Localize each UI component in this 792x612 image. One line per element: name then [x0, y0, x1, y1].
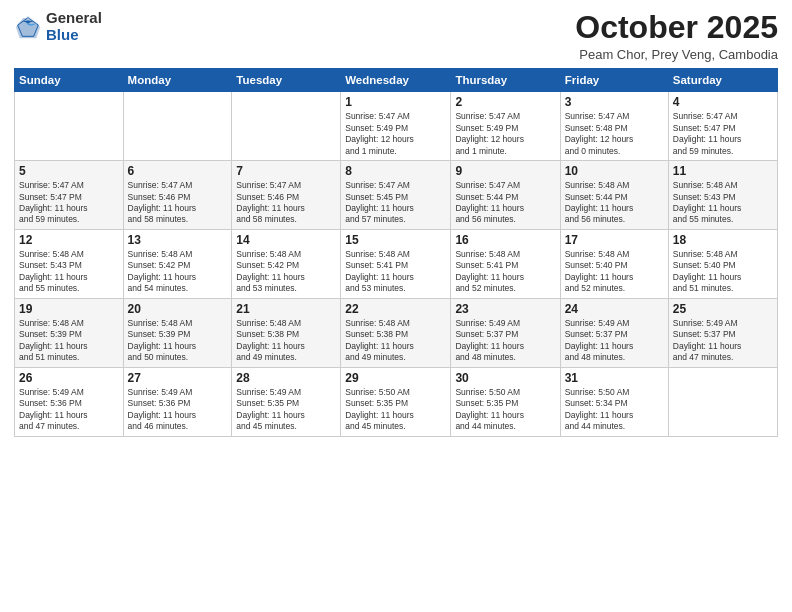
day-number: 21 [236, 302, 336, 316]
calendar-cell: 18Sunrise: 5:48 AM Sunset: 5:40 PM Dayli… [668, 229, 777, 298]
day-info: Sunrise: 5:48 AM Sunset: 5:39 PM Dayligh… [128, 318, 228, 364]
day-number: 28 [236, 371, 336, 385]
day-of-week-header: Tuesday [232, 69, 341, 92]
day-info: Sunrise: 5:49 AM Sunset: 5:37 PM Dayligh… [565, 318, 664, 364]
day-info: Sunrise: 5:47 AM Sunset: 5:47 PM Dayligh… [19, 180, 119, 226]
day-number: 9 [455, 164, 555, 178]
day-info: Sunrise: 5:49 AM Sunset: 5:37 PM Dayligh… [673, 318, 773, 364]
month-title: October 2025 [575, 10, 778, 45]
day-info: Sunrise: 5:49 AM Sunset: 5:36 PM Dayligh… [19, 387, 119, 433]
calendar-cell: 2Sunrise: 5:47 AM Sunset: 5:49 PM Daylig… [451, 92, 560, 161]
day-info: Sunrise: 5:49 AM Sunset: 5:37 PM Dayligh… [455, 318, 555, 364]
calendar-header-row: SundayMondayTuesdayWednesdayThursdayFrid… [15, 69, 778, 92]
day-of-week-header: Sunday [15, 69, 124, 92]
day-info: Sunrise: 5:49 AM Sunset: 5:35 PM Dayligh… [236, 387, 336, 433]
calendar-cell: 9Sunrise: 5:47 AM Sunset: 5:44 PM Daylig… [451, 161, 560, 230]
day-info: Sunrise: 5:48 AM Sunset: 5:38 PM Dayligh… [236, 318, 336, 364]
calendar-cell: 14Sunrise: 5:48 AM Sunset: 5:42 PM Dayli… [232, 229, 341, 298]
day-number: 26 [19, 371, 119, 385]
calendar-cell: 29Sunrise: 5:50 AM Sunset: 5:35 PM Dayli… [341, 367, 451, 436]
calendar-week-row: 12Sunrise: 5:48 AM Sunset: 5:43 PM Dayli… [15, 229, 778, 298]
day-number: 27 [128, 371, 228, 385]
logo-icon [14, 13, 42, 41]
calendar-cell: 4Sunrise: 5:47 AM Sunset: 5:47 PM Daylig… [668, 92, 777, 161]
day-number: 18 [673, 233, 773, 247]
calendar-cell: 30Sunrise: 5:50 AM Sunset: 5:35 PM Dayli… [451, 367, 560, 436]
calendar-table: SundayMondayTuesdayWednesdayThursdayFrid… [14, 68, 778, 436]
day-info: Sunrise: 5:49 AM Sunset: 5:36 PM Dayligh… [128, 387, 228, 433]
calendar-cell: 28Sunrise: 5:49 AM Sunset: 5:35 PM Dayli… [232, 367, 341, 436]
day-info: Sunrise: 5:47 AM Sunset: 5:45 PM Dayligh… [345, 180, 446, 226]
day-number: 4 [673, 95, 773, 109]
logo-blue-text: Blue [46, 27, 102, 44]
calendar-cell: 17Sunrise: 5:48 AM Sunset: 5:40 PM Dayli… [560, 229, 668, 298]
location-subtitle: Peam Chor, Prey Veng, Cambodia [575, 47, 778, 62]
day-info: Sunrise: 5:47 AM Sunset: 5:48 PM Dayligh… [565, 111, 664, 157]
day-number: 31 [565, 371, 664, 385]
day-info: Sunrise: 5:47 AM Sunset: 5:49 PM Dayligh… [345, 111, 446, 157]
day-info: Sunrise: 5:48 AM Sunset: 5:39 PM Dayligh… [19, 318, 119, 364]
day-info: Sunrise: 5:50 AM Sunset: 5:35 PM Dayligh… [345, 387, 446, 433]
day-number: 23 [455, 302, 555, 316]
logo-text: General Blue [46, 10, 102, 43]
day-info: Sunrise: 5:47 AM Sunset: 5:49 PM Dayligh… [455, 111, 555, 157]
day-number: 2 [455, 95, 555, 109]
day-info: Sunrise: 5:48 AM Sunset: 5:40 PM Dayligh… [565, 249, 664, 295]
page: General Blue October 2025 Peam Chor, Pre… [0, 0, 792, 612]
day-number: 10 [565, 164, 664, 178]
calendar-week-row: 26Sunrise: 5:49 AM Sunset: 5:36 PM Dayli… [15, 367, 778, 436]
logo-general-text: General [46, 10, 102, 27]
day-info: Sunrise: 5:47 AM Sunset: 5:46 PM Dayligh… [128, 180, 228, 226]
day-info: Sunrise: 5:50 AM Sunset: 5:34 PM Dayligh… [565, 387, 664, 433]
calendar-cell [668, 367, 777, 436]
calendar-cell: 15Sunrise: 5:48 AM Sunset: 5:41 PM Dayli… [341, 229, 451, 298]
day-number: 19 [19, 302, 119, 316]
calendar-cell: 21Sunrise: 5:48 AM Sunset: 5:38 PM Dayli… [232, 298, 341, 367]
day-number: 15 [345, 233, 446, 247]
logo: General Blue [14, 10, 102, 43]
day-number: 6 [128, 164, 228, 178]
calendar-cell: 25Sunrise: 5:49 AM Sunset: 5:37 PM Dayli… [668, 298, 777, 367]
day-number: 20 [128, 302, 228, 316]
calendar-cell: 16Sunrise: 5:48 AM Sunset: 5:41 PM Dayli… [451, 229, 560, 298]
calendar-cell: 5Sunrise: 5:47 AM Sunset: 5:47 PM Daylig… [15, 161, 124, 230]
day-number: 14 [236, 233, 336, 247]
header: General Blue October 2025 Peam Chor, Pre… [14, 10, 778, 62]
day-info: Sunrise: 5:48 AM Sunset: 5:38 PM Dayligh… [345, 318, 446, 364]
calendar-week-row: 19Sunrise: 5:48 AM Sunset: 5:39 PM Dayli… [15, 298, 778, 367]
day-number: 22 [345, 302, 446, 316]
day-of-week-header: Friday [560, 69, 668, 92]
calendar-cell [123, 92, 232, 161]
day-of-week-header: Monday [123, 69, 232, 92]
day-number: 29 [345, 371, 446, 385]
day-info: Sunrise: 5:48 AM Sunset: 5:43 PM Dayligh… [19, 249, 119, 295]
day-number: 30 [455, 371, 555, 385]
day-number: 13 [128, 233, 228, 247]
day-info: Sunrise: 5:48 AM Sunset: 5:42 PM Dayligh… [236, 249, 336, 295]
day-info: Sunrise: 5:47 AM Sunset: 5:46 PM Dayligh… [236, 180, 336, 226]
calendar-cell: 8Sunrise: 5:47 AM Sunset: 5:45 PM Daylig… [341, 161, 451, 230]
title-block: October 2025 Peam Chor, Prey Veng, Cambo… [575, 10, 778, 62]
calendar-cell: 20Sunrise: 5:48 AM Sunset: 5:39 PM Dayli… [123, 298, 232, 367]
calendar-cell: 27Sunrise: 5:49 AM Sunset: 5:36 PM Dayli… [123, 367, 232, 436]
day-number: 3 [565, 95, 664, 109]
day-number: 16 [455, 233, 555, 247]
day-number: 8 [345, 164, 446, 178]
day-number: 17 [565, 233, 664, 247]
day-info: Sunrise: 5:48 AM Sunset: 5:44 PM Dayligh… [565, 180, 664, 226]
day-info: Sunrise: 5:47 AM Sunset: 5:44 PM Dayligh… [455, 180, 555, 226]
day-number: 1 [345, 95, 446, 109]
day-number: 7 [236, 164, 336, 178]
day-of-week-header: Wednesday [341, 69, 451, 92]
calendar-week-row: 5Sunrise: 5:47 AM Sunset: 5:47 PM Daylig… [15, 161, 778, 230]
day-info: Sunrise: 5:47 AM Sunset: 5:47 PM Dayligh… [673, 111, 773, 157]
calendar-cell: 23Sunrise: 5:49 AM Sunset: 5:37 PM Dayli… [451, 298, 560, 367]
day-of-week-header: Thursday [451, 69, 560, 92]
calendar-cell [232, 92, 341, 161]
day-of-week-header: Saturday [668, 69, 777, 92]
day-number: 25 [673, 302, 773, 316]
calendar-cell: 13Sunrise: 5:48 AM Sunset: 5:42 PM Dayli… [123, 229, 232, 298]
day-info: Sunrise: 5:48 AM Sunset: 5:43 PM Dayligh… [673, 180, 773, 226]
day-number: 5 [19, 164, 119, 178]
calendar-cell: 10Sunrise: 5:48 AM Sunset: 5:44 PM Dayli… [560, 161, 668, 230]
